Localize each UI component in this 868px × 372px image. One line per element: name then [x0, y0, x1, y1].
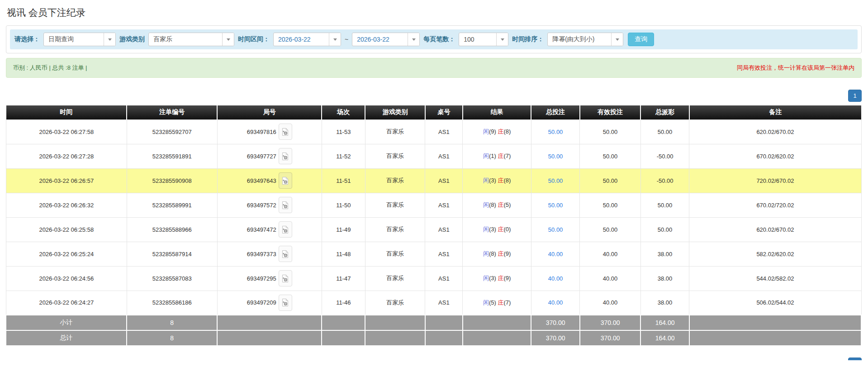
cell-table-no: AS1 — [425, 266, 463, 291]
cell-total-payout: 38.00 — [640, 266, 689, 291]
table-row: 2026-03-22 06:27:28523285591891693497727… — [6, 144, 862, 168]
banker-result: 庄 — [498, 177, 503, 184]
banker-points: (0) — [503, 226, 511, 233]
subtotal-row-total-bet: 370.00 — [531, 315, 580, 330]
banker-points: (7) — [503, 153, 511, 159]
time-range-label: 时间区间： — [238, 35, 270, 43]
cell-result: 闲(3) 庄(8) — [463, 168, 531, 193]
player-points: (5) — [489, 299, 498, 306]
total-bet-link[interactable]: 50.00 — [548, 177, 563, 184]
column-header-table-no: 桌号 — [425, 105, 463, 119]
total-bet-link[interactable]: 40.00 — [548, 251, 563, 258]
cell-remark: 620.02/670.02 — [689, 217, 861, 242]
cell-table-no: AS1 — [425, 291, 463, 315]
cell-total-bet: 40.00 — [531, 291, 580, 315]
subtotal-row-total-payout: 164.00 — [640, 315, 689, 330]
banker-result: 庄 — [498, 226, 503, 233]
video-record-icon — [282, 128, 289, 136]
cell-valid-bet: 50.00 — [580, 119, 640, 144]
date-from-select[interactable]: 2026-03-22 — [273, 33, 341, 46]
cell-time: 2026-03-22 06:26:57 — [6, 168, 127, 193]
cell-session: 11-51 — [322, 168, 365, 193]
table-row: 2026-03-22 06:25:58523285588966693497472… — [6, 217, 862, 242]
cell-valid-bet: 50.00 — [580, 144, 640, 168]
cell-round-id: 693497727 — [217, 144, 322, 168]
round-id-value: 693497572 — [247, 202, 276, 209]
cell-result: 闲(8) 庄(9) — [463, 242, 531, 266]
cell-total-payout: 50.00 — [640, 193, 689, 217]
round-id-value: 693497727 — [247, 153, 276, 160]
cell-session: 11-48 — [322, 242, 365, 266]
round-id-wrap: 693497295 — [218, 267, 322, 291]
cell-time: 2026-03-22 06:25:58 — [6, 217, 127, 242]
cell-time: 2026-03-22 06:27:58 — [6, 119, 127, 144]
video-record-button[interactable] — [279, 246, 292, 262]
subtotal-row-remark — [689, 315, 861, 330]
page-title: 视讯 会员下注纪录 — [7, 6, 862, 19]
video-record-button[interactable] — [279, 197, 292, 213]
cell-round-id: 693497572 — [217, 193, 322, 217]
total-bet-link[interactable]: 50.00 — [548, 129, 563, 135]
total-bet-link[interactable]: 50.00 — [548, 153, 563, 160]
cell-total-bet: 50.00 — [531, 217, 580, 242]
page-button-1[interactable]: 1 — [848, 90, 862, 102]
round-id-value: 693497209 — [247, 299, 276, 306]
banker-points: (5) — [503, 201, 511, 208]
page-size-select[interactable]: 100 — [459, 33, 508, 46]
video-record-button[interactable] — [279, 221, 292, 238]
cell-game-type: 百家乐 — [365, 119, 425, 144]
video-record-button[interactable] — [279, 124, 292, 140]
cell-time: 2026-03-22 06:26:32 — [6, 193, 127, 217]
total-bet-link[interactable]: 40.00 — [548, 299, 563, 306]
page-button-1-bottom[interactable]: 1 — [848, 358, 862, 360]
cell-table-no: AS1 — [425, 144, 463, 168]
player-result: 闲 — [483, 250, 489, 257]
cell-bet-id: 523285592707 — [127, 119, 217, 144]
query-button[interactable]: 查询 — [628, 33, 654, 46]
game-type-value: 百家乐 — [149, 35, 222, 43]
cell-remark: 670.02/720.02 — [689, 193, 861, 217]
video-record-icon — [282, 176, 289, 185]
bet-records-page: 视讯 会员下注纪录 请选择： 日期查询 游戏类别 百家乐 时间区间： 2026-… — [0, 0, 868, 360]
round-id-wrap: 693497373 — [218, 242, 322, 266]
cell-time: 2026-03-22 06:24:27 — [6, 291, 127, 315]
video-record-button[interactable] — [279, 148, 292, 164]
cell-valid-bet: 50.00 — [580, 168, 640, 193]
column-header-bet-id: 注单编号 — [127, 105, 217, 119]
round-id-wrap: 693497727 — [218, 144, 322, 168]
player-points: (1) — [489, 153, 498, 159]
cell-table-no: AS1 — [425, 168, 463, 193]
cell-round-id: 693497295 — [217, 266, 322, 291]
video-record-icon — [282, 152, 289, 161]
round-id-wrap: 693497472 — [218, 218, 322, 242]
subtotal-row: 小计8370.00370.00164.00 — [6, 315, 862, 330]
total-bet-link[interactable]: 50.00 — [548, 202, 563, 209]
cell-round-id: 693497643 — [217, 168, 322, 193]
grand-total-row-total-payout: 164.00 — [640, 330, 689, 346]
page-size-label: 每页笔数： — [423, 35, 455, 43]
total-bet-link[interactable]: 40.00 — [548, 275, 563, 282]
cell-valid-bet: 40.00 — [580, 266, 640, 291]
video-record-button[interactable] — [279, 172, 292, 189]
cell-session: 11-49 — [322, 217, 365, 242]
round-id-value: 693497373 — [247, 251, 276, 258]
cell-result: 闲(5) 庄(7) — [463, 291, 531, 315]
table-row: 2026-03-22 06:26:32523285589991693497572… — [6, 193, 862, 217]
cell-result: 闲(3) 庄(0) — [463, 217, 531, 242]
query-type-select[interactable]: 日期查询 — [43, 33, 116, 46]
chevron-down-icon — [104, 33, 115, 46]
column-header-game-type: 游戏类别 — [365, 105, 425, 119]
date-to-value: 2026-03-22 — [352, 36, 408, 43]
grand-total-row-round-id — [217, 330, 322, 346]
summary-note: 同局有效投注，统一计算在该局第一张注单内 — [737, 64, 854, 72]
player-points: (9) — [489, 128, 498, 135]
video-record-button[interactable] — [279, 270, 292, 286]
video-record-button[interactable] — [279, 295, 292, 311]
date-to-select[interactable]: 2026-03-22 — [352, 33, 420, 46]
cell-total-payout: -50.00 — [640, 144, 689, 168]
column-header-time: 时间 — [6, 105, 127, 119]
subtotal-row-result — [463, 315, 531, 330]
game-type-select[interactable]: 百家乐 — [148, 33, 234, 46]
total-bet-link[interactable]: 50.00 — [548, 226, 563, 233]
sort-order-select[interactable]: 降幂(由大到小) — [547, 33, 623, 46]
